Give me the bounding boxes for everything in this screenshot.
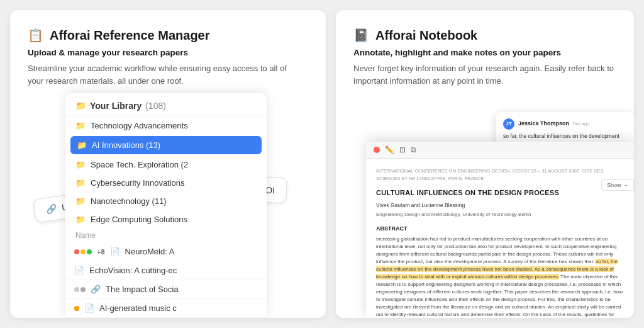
right-card-header: 📓 Afforai Notebook Annotate, highlight a… <box>353 28 634 87</box>
library-panel: 📁 Your Library (108) 📁 Technology Advanc… <box>65 93 267 318</box>
notebook-card: 📓 Afforai Notebook Annotate, highlight a… <box>336 10 634 318</box>
folder-cybersecurity[interactable]: 📁 Cybersecurity Innovations <box>65 174 267 192</box>
table-row[interactable]: 🔗 The Impact of Socia <box>65 280 267 299</box>
doc-icon: 📄 <box>74 266 84 275</box>
highlighted-text: so far, the cultural influences on the d… <box>376 259 618 280</box>
name-column-label: Name <box>65 229 267 242</box>
notebook-icon: 📓 <box>353 28 369 43</box>
left-card-subtitle: Upload & manage your research papers <box>28 48 308 57</box>
paper-authors: Vivek Gautam and Lucienne Blessing <box>376 201 624 210</box>
crop-icon[interactable]: ⊡ <box>399 145 406 154</box>
dot-yellow <box>80 249 86 254</box>
abstract-title: ABSTRACT <box>376 224 624 233</box>
folder-ai-innovations[interactable]: 📁 AI Innovations (13) <box>70 136 262 154</box>
show-button[interactable]: Show → <box>601 179 634 191</box>
paper-toolbar: ✏️ ⊡ ⧉ Show → <box>366 142 634 159</box>
copy-icon[interactable]: ⧉ <box>411 145 416 154</box>
left-card-title: 📋 Afforai Reference Manager <box>28 28 308 43</box>
plus-badge: +8 <box>97 248 105 256</box>
paper-preview: ✏️ ⊡ ⧉ Show → INTERNATIONAL CONFERENCE O… <box>366 142 634 318</box>
link-icon: 🔗 <box>91 285 101 294</box>
paper-conference: INTERNATIONAL CONFERENCE ON ENGINEERING … <box>376 167 624 183</box>
folder-icon-active: 📁 <box>77 140 87 150</box>
folder-icon: 📁 <box>75 160 86 169</box>
folder-nanotechnology[interactable]: 📁 Nanotechnology (11) <box>65 192 267 210</box>
paper-title: CULTURAL INFLUENCES ON THE DESIGN PROCES… <box>376 188 624 199</box>
folder-icon: 📁 <box>75 121 86 130</box>
paper-abstract: Increasing globalisation has led to prod… <box>376 235 624 318</box>
comment-header: JT Jessica Thompson 5m ago <box>503 118 626 130</box>
dot-red <box>74 249 79 254</box>
library-folder-list: 📁 Technology Advancements 📁 AI Innovatio… <box>65 116 267 229</box>
paper-body: INTERNATIONAL CONFERENCE ON ENGINEERING … <box>366 159 634 318</box>
reference-manager-icon: 📋 <box>28 28 43 43</box>
close-dot <box>374 147 380 153</box>
table-row[interactable]: 📄 EchoVision: A cutting-ec <box>65 261 267 280</box>
table-row[interactable]: 📄 AI-generated music c <box>65 299 267 318</box>
folder-icon: 📁 <box>75 101 86 111</box>
doc-icon: 📄 <box>110 247 120 256</box>
status-dots <box>74 249 92 254</box>
dot-gray2 <box>80 287 86 292</box>
notebook-content: JT Jessica Thompson 5m ago so far, the c… <box>353 99 634 318</box>
folder-icon: 📁 <box>75 178 86 188</box>
folder-tech-advancements[interactable]: 📁 Technology Advancements <box>65 116 267 135</box>
paper-affiliation: Engineering Design and Methodology, Univ… <box>376 211 624 219</box>
library-header: 📁 Your Library (108) <box>65 93 267 116</box>
right-card-description: Never forget key information of your res… <box>353 62 616 87</box>
dot-gray1 <box>74 287 79 292</box>
reference-manager-card: 📋 Afforai Reference Manager Upload & man… <box>10 10 326 318</box>
dot-green <box>87 249 92 254</box>
folder-icon: 📁 <box>75 215 86 224</box>
folder-space-tech[interactable]: 📁 Space Tech. Exploration (2 <box>65 156 267 174</box>
edit-icon[interactable]: ✏️ <box>385 145 394 154</box>
link-icon: 🔗 <box>45 203 57 215</box>
folder-edge-computing[interactable]: 📁 Edge Computing Solutions <box>65 210 267 229</box>
doc-icon: 📄 <box>84 303 94 313</box>
right-card-title: 📓 Afforai Notebook <box>353 28 616 43</box>
upload-area: 🔗 Upload URL 📄 Upload file ✦ Upload DOI … <box>28 102 308 318</box>
status-dots <box>74 287 86 292</box>
left-card-description: Streamline your academic workflow while … <box>28 62 292 87</box>
status-dots <box>74 306 79 311</box>
folder-icon: 📁 <box>75 196 86 206</box>
dot-orange <box>74 306 79 311</box>
right-card-subtitle: Annotate, highlight and make notes on yo… <box>353 48 616 57</box>
table-row[interactable]: +8 📄 NeuroMeld: A <box>65 242 267 261</box>
commenter-avatar: JT <box>503 118 514 130</box>
